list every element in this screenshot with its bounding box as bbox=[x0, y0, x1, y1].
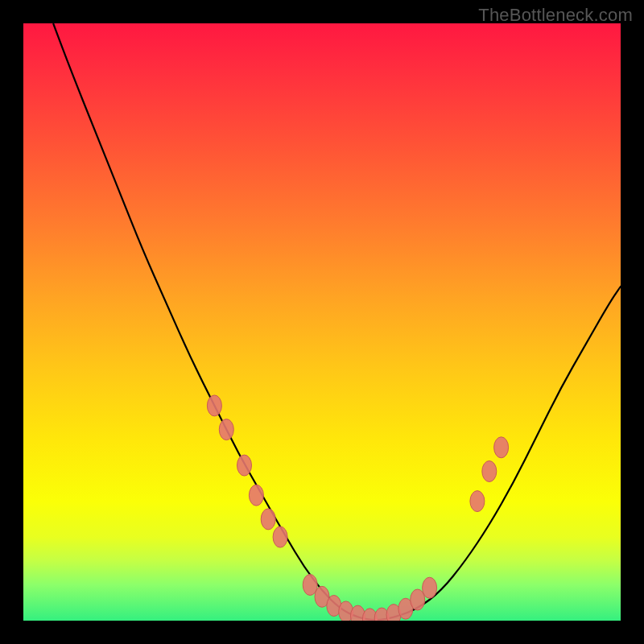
chart-frame: TheBottleneck.com bbox=[0, 0, 644, 644]
watermark-text: TheBottleneck.com bbox=[478, 5, 633, 26]
chart-plot-area bbox=[23, 23, 621, 621]
